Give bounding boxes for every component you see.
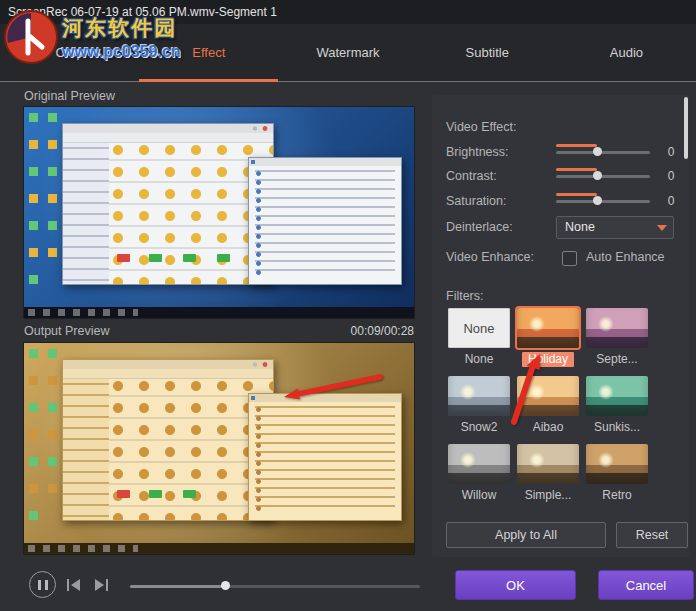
slider-track[interactable] xyxy=(556,151,650,154)
file-badge xyxy=(217,254,230,262)
effect-settings-panel: Video Effect: Brightness: 0 Contrast: 0 … xyxy=(432,95,689,557)
tab-audio[interactable]: Audio xyxy=(557,24,696,81)
file-badge xyxy=(149,490,162,498)
apply-to-all-button[interactable]: Apply to All xyxy=(446,522,606,548)
desktop-icons-column xyxy=(48,113,57,258)
tab-watermark-label: Watermark xyxy=(316,45,379,60)
filter-item-retro[interactable]: Retro xyxy=(586,444,648,504)
cancel-button[interactable]: Cancel xyxy=(598,570,694,600)
filter-thumb-retro[interactable] xyxy=(586,444,648,484)
filter-label: Retro xyxy=(586,488,648,504)
filter-item-september[interactable]: Septe... xyxy=(586,308,648,368)
brightness-row: Brightness: 0 xyxy=(432,144,689,160)
site-watermark: 河东软件园 www.pc0359.cn xyxy=(3,9,181,65)
effect-dialog-window: ScreenRec 06-07-19 at 05.06 PM.wmv-Segme… xyxy=(0,0,696,611)
desktop-taskbar xyxy=(24,307,414,318)
filter-thumb-holiday[interactable] xyxy=(517,308,579,348)
tab-subtitle-label: Subtitle xyxy=(466,45,509,60)
red-arrow-annotation xyxy=(500,350,552,426)
file-badge xyxy=(117,254,130,262)
pause-icon xyxy=(45,580,48,590)
pause-button[interactable] xyxy=(29,571,56,598)
desktop-taskbar xyxy=(24,543,414,554)
file-badge xyxy=(183,254,196,262)
saturation-slider[interactable] xyxy=(556,193,650,209)
site-url: www.pc0359.cn xyxy=(62,43,181,61)
brightness-slider[interactable] xyxy=(556,144,650,160)
filter-item-sunkissed[interactable]: Sunkis... xyxy=(586,376,648,436)
filter-thumb-sunkissed[interactable] xyxy=(586,376,648,416)
skip-next-button[interactable] xyxy=(93,578,110,592)
slider-handle[interactable] xyxy=(593,196,602,205)
skip-previous-button[interactable] xyxy=(65,578,82,592)
progress-fill xyxy=(130,585,225,588)
file-badge xyxy=(149,254,162,262)
slider-fill xyxy=(556,193,597,196)
explorer-toolbar xyxy=(63,133,273,143)
saturation-label: Saturation: xyxy=(446,193,506,209)
auto-enhance-option-label: Auto Enhance xyxy=(586,250,665,264)
filter-item-willow[interactable]: Willow xyxy=(448,444,510,504)
saturation-row: Saturation: 0 xyxy=(432,193,689,209)
filter-thumb-text: None xyxy=(463,321,494,336)
contrast-value: 0 xyxy=(660,168,682,184)
saturation-value: 0 xyxy=(660,193,682,209)
filter-label: Simple... xyxy=(517,488,579,504)
filter-label: Septe... xyxy=(586,352,648,368)
progress-handle[interactable] xyxy=(221,581,230,590)
original-preview xyxy=(24,107,414,318)
brightness-label: Brightness: xyxy=(446,144,509,160)
filter-thumb-willow[interactable] xyxy=(448,444,510,484)
deinterlace-selected-value: None xyxy=(565,217,595,238)
site-name: 河东软件园 xyxy=(62,14,181,42)
deinterlace-select[interactable]: None xyxy=(556,216,674,239)
explorer-titlebar xyxy=(63,360,273,369)
video-effect-section-label: Video Effect: xyxy=(446,120,516,134)
chevron-down-icon xyxy=(657,225,667,231)
slider-handle[interactable] xyxy=(593,147,602,156)
document-window xyxy=(248,157,402,285)
desktop-icons-column xyxy=(48,349,57,494)
playback-progress-slider[interactable] xyxy=(130,578,420,594)
document-window xyxy=(248,393,402,521)
filter-label: Sunkis... xyxy=(586,420,648,436)
red-arrow-annotation xyxy=(276,369,388,405)
file-badge xyxy=(117,490,130,498)
contrast-slider[interactable] xyxy=(556,168,650,184)
desktop-icons-column xyxy=(29,349,38,538)
explorer-toolbar xyxy=(63,369,273,379)
ok-button[interactable]: OK xyxy=(455,570,576,600)
original-preview-label: Original Preview xyxy=(24,89,115,103)
document-text xyxy=(255,170,395,278)
explorer-window xyxy=(62,359,274,521)
explorer-sidebar xyxy=(63,379,109,520)
document-titlebar xyxy=(249,158,401,166)
tab-watermark[interactable]: Watermark xyxy=(278,24,417,81)
filter-label: Willow xyxy=(448,488,510,504)
tab-effect-label: Effect xyxy=(192,45,225,60)
filter-thumb-none[interactable]: None xyxy=(448,308,510,348)
brightness-value: 0 xyxy=(660,144,682,160)
slider-handle[interactable] xyxy=(593,171,602,180)
filter-item-simple[interactable]: Simple... xyxy=(517,444,579,504)
deinterlace-label: Deinterlace: xyxy=(446,220,513,234)
auto-enhance-checkbox[interactable] xyxy=(562,251,577,266)
slider-track[interactable] xyxy=(556,175,650,178)
slider-track[interactable] xyxy=(556,200,650,203)
desktop-icons-column xyxy=(29,113,38,302)
site-logo-icon xyxy=(3,9,59,65)
pause-icon xyxy=(38,580,41,590)
filter-thumb-simple[interactable] xyxy=(517,444,579,484)
filters-section-label: Filters: xyxy=(446,289,484,303)
contrast-row: Contrast: 0 xyxy=(432,168,689,184)
explorer-sidebar xyxy=(63,143,109,284)
slider-fill xyxy=(556,168,597,171)
tab-subtitle[interactable]: Subtitle xyxy=(418,24,557,81)
panel-scrollbar[interactable] xyxy=(684,97,688,159)
slider-fill xyxy=(556,144,597,147)
output-preview-label: Output Preview xyxy=(24,324,109,338)
output-preview xyxy=(24,343,414,554)
filter-thumb-september[interactable] xyxy=(586,308,648,348)
reset-button[interactable]: Reset xyxy=(616,522,688,548)
tab-audio-label: Audio xyxy=(610,45,643,60)
